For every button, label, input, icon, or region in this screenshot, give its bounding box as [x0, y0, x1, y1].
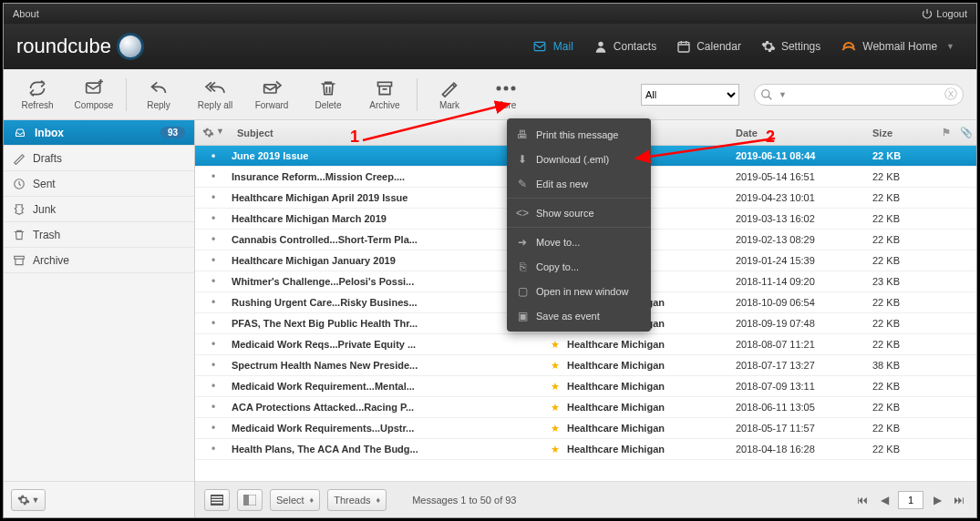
- star-icon[interactable]: ★: [543, 402, 567, 414]
- message-row[interactable]: • Health Plans, The ACA And The Budg... …: [195, 439, 976, 460]
- mark-button[interactable]: Mark: [421, 70, 478, 119]
- source-icon: <>: [516, 207, 529, 220]
- reply-all-button[interactable]: Reply all: [187, 70, 243, 119]
- column-date[interactable]: Date: [736, 128, 872, 138]
- nav-settings[interactable]: Settings: [752, 34, 830, 59]
- message-date: 2019-04-23 10:01: [736, 192, 872, 203]
- folder-settings-button[interactable]: ▼: [11, 489, 46, 511]
- message-from: Healthcare Michigan: [567, 339, 736, 350]
- compose-button[interactable]: Compose: [66, 70, 122, 119]
- message-size: 22 KB: [872, 402, 936, 413]
- more-button[interactable]: More: [478, 70, 534, 119]
- star-icon[interactable]: ★: [543, 444, 567, 455]
- message-date: 2019-02-13 08:29: [736, 234, 872, 245]
- folder-junk[interactable]: Junk: [4, 197, 194, 222]
- message-row[interactable]: • Medicaid Work Requirements...Upstr... …: [195, 418, 976, 439]
- nav-mail[interactable]: Mail: [522, 34, 583, 59]
- message-subject: Spectrum Health Names New Preside...: [232, 360, 543, 371]
- logo-icon: [117, 33, 144, 60]
- message-date: 2018-07-17 13:27: [736, 360, 872, 371]
- settings-icon: [761, 39, 776, 54]
- column-subject[interactable]: Subject: [232, 128, 543, 138]
- message-size: 38 KB: [872, 360, 936, 371]
- message-subject: Whitmer's Challenge...Pelosi's Possi...: [232, 276, 543, 287]
- star-icon[interactable]: ★: [543, 423, 567, 434]
- column-attachment[interactable]: 📎: [956, 127, 976, 138]
- message-row[interactable]: • Spectrum Health Names New Preside... ★…: [195, 355, 976, 376]
- logout-button[interactable]: Logout: [922, 8, 967, 19]
- more-context-menu[interactable]: 🖶Print this message⬇Download (.eml)✎Edit…: [507, 118, 651, 332]
- folder-sent[interactable]: Sent: [4, 171, 194, 197]
- column-flag[interactable]: ⚑: [936, 127, 956, 138]
- star-icon[interactable]: ★: [543, 381, 567, 393]
- message-row[interactable]: • Medicaid Work Requirement...Mental... …: [195, 376, 976, 397]
- reply-button[interactable]: Reply: [130, 70, 187, 119]
- message-from: Healthcare Michigan: [567, 423, 736, 434]
- drafts-icon: [13, 152, 26, 165]
- scope-select[interactable]: All: [641, 84, 739, 106]
- message-row[interactable]: • ACA Protections Attacked...Racing P...…: [195, 397, 976, 418]
- svg-rect-4: [264, 85, 276, 93]
- message-date: 2018-10-09 06:54: [736, 297, 872, 308]
- column-size[interactable]: Size: [872, 128, 936, 138]
- folder-drafts[interactable]: Drafts: [4, 146, 194, 171]
- page-first-button[interactable]: ⏮: [854, 492, 871, 508]
- page-number-input[interactable]: [898, 491, 923, 509]
- search-box[interactable]: ▼ ⓧ: [754, 84, 964, 106]
- menu-source[interactable]: <>Show source: [507, 200, 651, 225]
- star-icon[interactable]: ★: [543, 339, 567, 351]
- layout-split-button[interactable]: [237, 489, 263, 511]
- message-subject: Medicaid Work Requirement...Mental...: [232, 381, 543, 392]
- menu-print[interactable]: 🖶Print this message: [507, 122, 651, 147]
- split-icon: [243, 495, 256, 506]
- select-menu[interactable]: Select♦: [270, 489, 320, 511]
- forward-button[interactable]: Forward: [243, 70, 300, 119]
- menu-edit[interactable]: ✎Edit as new: [507, 171, 651, 196]
- menu-event[interactable]: ▣Save as event: [507, 303, 651, 328]
- svg-rect-5: [378, 82, 392, 86]
- refresh-button[interactable]: Refresh: [9, 70, 66, 119]
- archive-button[interactable]: Archive: [356, 70, 413, 119]
- menu-download[interactable]: ⬇Download (.eml): [507, 147, 651, 171]
- about-link[interactable]: About: [13, 8, 39, 19]
- archive-icon: [13, 254, 26, 267]
- nav-webmail[interactable]: Webmail Home▼: [831, 34, 964, 59]
- svg-rect-3: [87, 83, 100, 93]
- layout-list-button[interactable]: [204, 489, 230, 511]
- folder-archive[interactable]: Archive: [4, 248, 194, 273]
- message-date: 2019-01-24 15:39: [736, 255, 872, 266]
- message-subject: Healthcare Michigan January 2019: [232, 255, 543, 266]
- page-next-button[interactable]: ▶: [929, 492, 945, 508]
- list-options-button[interactable]: ▼: [195, 127, 232, 138]
- page-last-button[interactable]: ⏭: [951, 492, 967, 508]
- message-date: 2018-09-19 07:48: [736, 318, 872, 329]
- menu-move[interactable]: ➜Move to...: [507, 230, 651, 254]
- nav-contacts[interactable]: Contacts: [584, 34, 665, 59]
- gear-icon: [17, 494, 30, 506]
- nav-calendar[interactable]: Calendar: [667, 34, 750, 59]
- webmail-icon: [841, 39, 857, 54]
- clear-search-icon[interactable]: ⓧ: [944, 87, 957, 103]
- message-size: 22 KB: [872, 192, 936, 203]
- folder-inbox[interactable]: Inbox93: [4, 120, 194, 146]
- search-icon: [760, 88, 773, 101]
- threads-menu[interactable]: Threads♦: [327, 489, 387, 511]
- search-dropdown-icon[interactable]: ▼: [779, 90, 787, 99]
- star-icon[interactable]: ★: [543, 360, 567, 372]
- message-size: 22 KB: [872, 297, 936, 308]
- menu-open[interactable]: ▢Open in new window: [507, 279, 651, 303]
- delete-button[interactable]: Delete: [300, 70, 356, 119]
- message-date: 2018-08-07 11:21: [736, 339, 872, 350]
- message-size: 23 KB: [872, 276, 936, 287]
- folder-trash[interactable]: Trash: [4, 222, 194, 248]
- message-row[interactable]: • Medicaid Work Reqs...Private Equity ..…: [195, 334, 976, 355]
- list-icon: [211, 495, 223, 506]
- gear-icon: [202, 127, 214, 138]
- search-input[interactable]: [792, 89, 939, 100]
- menu-copy[interactable]: ⎘Copy to...: [507, 254, 651, 279]
- page-prev-button[interactable]: ◀: [876, 492, 892, 508]
- message-subject: Health Plans, The ACA And The Budg...: [232, 444, 543, 455]
- message-size: 22 KB: [872, 423, 936, 434]
- inbox-icon: [13, 128, 27, 138]
- print-icon: 🖶: [516, 128, 529, 141]
